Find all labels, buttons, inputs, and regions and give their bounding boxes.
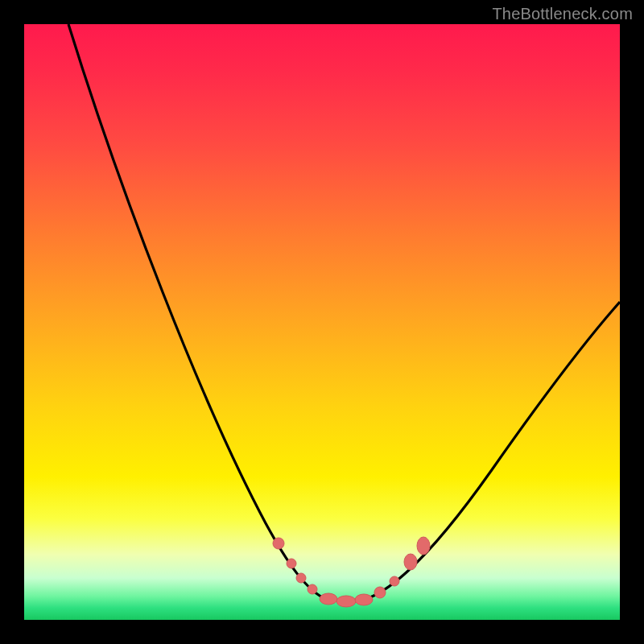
marker-dot [417,537,430,555]
marker-dot [374,587,386,598]
marker-dot [390,576,399,586]
marker-dot [355,594,373,605]
marker-dot [404,554,417,570]
watermark-text: TheBottleneck.com [492,5,633,23]
marker-dot [320,593,337,605]
marker-dot [287,559,296,568]
plot-area [24,24,620,620]
marker-dot [296,573,306,583]
bottleneck-curve-right [370,302,620,597]
outer-frame: TheBottleneck.com [0,0,644,644]
marker-dot [273,538,284,549]
curve-layer [24,24,620,620]
bottleneck-curve-left [68,24,322,597]
marker-dot [336,596,356,607]
marker-dot [308,584,317,594]
